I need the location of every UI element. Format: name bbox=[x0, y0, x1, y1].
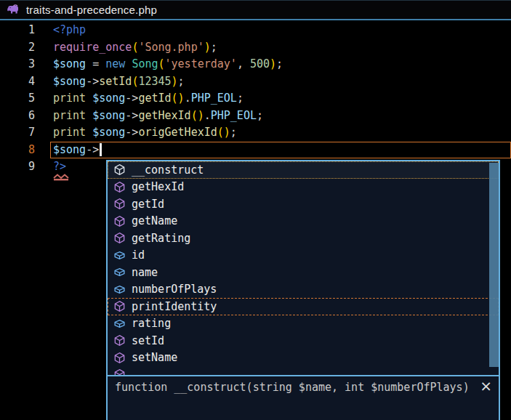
code-text: $song-> bbox=[35, 142, 102, 159]
suggest-item-getName[interactable]: getName bbox=[108, 213, 499, 230]
code-text: require_once('Song.php'); bbox=[35, 39, 217, 57]
line-number[interactable]: 4 bbox=[0, 73, 35, 91]
suggest-item-numberOfPlays[interactable]: numberOfPlays bbox=[108, 281, 499, 299]
suggest-item-label: rating bbox=[132, 317, 171, 330]
method-icon bbox=[113, 232, 126, 244]
method-icon bbox=[113, 198, 126, 210]
method-icon bbox=[113, 334, 126, 347]
code-line-1[interactable]: 1<?php bbox=[0, 22, 511, 39]
line-number[interactable]: 9 bbox=[0, 158, 35, 176]
token: 'yesterday' bbox=[165, 57, 237, 70]
code-line-6[interactable]: 6print $song->getHexId().PHP_EOL; bbox=[0, 108, 511, 125]
method-icon bbox=[113, 163, 126, 176]
token: -> bbox=[86, 143, 99, 156]
token: $song bbox=[92, 92, 125, 105]
token: ; bbox=[257, 109, 263, 122]
close-icon[interactable]: × bbox=[480, 379, 492, 393]
code-lines: 1<?php2require_once('Song.php');3$song =… bbox=[0, 22, 511, 176]
token: ; bbox=[211, 41, 217, 54]
token: $song bbox=[92, 109, 125, 122]
suggest-item-id[interactable]: id bbox=[108, 247, 499, 264]
field-icon bbox=[113, 249, 126, 262]
active-line-border bbox=[50, 142, 511, 159]
code-line-3[interactable]: 3$song = new Song('yesterday', 500); bbox=[0, 56, 511, 73]
code-text: print $song->getHexId().PHP_EOL; bbox=[35, 108, 263, 125]
method-icon bbox=[113, 352, 126, 364]
token: () bbox=[172, 92, 185, 105]
token: 'Song.php' bbox=[138, 41, 204, 54]
token: ; bbox=[237, 92, 244, 105]
token: () bbox=[191, 109, 204, 122]
code-text: print $song->getId().PHP_EOL; bbox=[35, 90, 244, 108]
token: $song bbox=[53, 75, 86, 88]
token: getHexId bbox=[138, 109, 190, 122]
code-text: print $song->origGetHexId(); bbox=[35, 124, 237, 142]
token: -> bbox=[125, 126, 138, 139]
code-line-4[interactable]: 4$song->setId(12345); bbox=[0, 73, 511, 91]
code-line-8[interactable]: 8$song-> bbox=[0, 142, 511, 159]
suggest-item-getId[interactable]: getId bbox=[108, 195, 499, 213]
suggest-item-partial[interactable] bbox=[108, 366, 499, 375]
line-number[interactable]: 7 bbox=[0, 124, 35, 142]
token: ( bbox=[158, 57, 165, 70]
code-line-2[interactable]: 2require_once('Song.php'); bbox=[0, 39, 511, 57]
token: $song bbox=[53, 143, 86, 156]
token: PHP_EOL bbox=[191, 92, 237, 105]
token: -> bbox=[86, 75, 99, 88]
error-squiggle-icon bbox=[53, 174, 69, 181]
suggest-scrollbar[interactable] bbox=[489, 163, 499, 367]
method-icon bbox=[113, 368, 126, 375]
code-editor[interactable]: 1<?php2require_once('Song.php');3$song =… bbox=[0, 20, 511, 176]
text-cursor bbox=[100, 143, 102, 156]
token: getId bbox=[138, 92, 171, 105]
line-number[interactable]: 5 bbox=[0, 90, 35, 108]
code-line-5[interactable]: 5print $song->getId().PHP_EOL; bbox=[0, 90, 511, 108]
token: setId bbox=[99, 75, 132, 88]
suggest-item-label: getName bbox=[132, 214, 177, 227]
token: . bbox=[204, 109, 211, 122]
token bbox=[86, 109, 92, 122]
suggest-item-label: getHexId bbox=[132, 180, 184, 193]
suggest-item-printIdentity[interactable]: printIdentity bbox=[108, 298, 499, 315]
code-text: ?> bbox=[35, 158, 66, 176]
suggest-item-getHexId[interactable]: getHexId bbox=[108, 179, 499, 196]
token: ; bbox=[230, 126, 237, 139]
suggest-item-label: numberOfPlays bbox=[132, 283, 217, 296]
suggest-item-label: name bbox=[132, 266, 158, 279]
token bbox=[86, 92, 92, 105]
code-text: $song = new Song('yesterday', 500); bbox=[35, 56, 283, 73]
method-icon bbox=[113, 215, 126, 227]
suggest-item-label: setName bbox=[132, 351, 177, 364]
field-icon bbox=[113, 266, 126, 278]
suggest-item-__construct[interactable]: __construct bbox=[108, 161, 499, 179]
suggest-item-label: id bbox=[132, 249, 145, 262]
token: $song bbox=[92, 126, 125, 139]
token: $song bbox=[53, 57, 86, 70]
code-line-7[interactable]: 7print $song->origGetHexId(); bbox=[0, 124, 511, 142]
token: ) bbox=[270, 57, 276, 70]
token: -> bbox=[125, 109, 138, 122]
token: ; bbox=[178, 75, 185, 88]
suggest-item-rating[interactable]: rating bbox=[108, 315, 499, 333]
token: print bbox=[53, 126, 86, 139]
suggest-item-setName[interactable]: setName bbox=[108, 350, 499, 367]
suggest-item-name[interactable]: name bbox=[108, 264, 499, 281]
token: <?php bbox=[53, 23, 86, 36]
line-number[interactable]: 2 bbox=[0, 39, 35, 57]
suggest-item-setId[interactable]: setId bbox=[108, 332, 499, 350]
suggest-doc-panel: function __construct(string $name, int $… bbox=[108, 375, 499, 420]
token: ) bbox=[172, 75, 178, 88]
field-icon bbox=[113, 283, 126, 296]
line-number[interactable]: 6 bbox=[0, 108, 35, 125]
window-top-border bbox=[0, 0, 511, 1]
line-number[interactable]: 3 bbox=[0, 56, 35, 73]
tab-filename: traits-and-precedence.php bbox=[26, 4, 157, 16]
method-icon bbox=[113, 300, 126, 312]
suggest-item-label: __construct bbox=[132, 163, 204, 177]
suggest-item-getRating[interactable]: getRating bbox=[108, 230, 499, 247]
token: 12345 bbox=[138, 75, 171, 88]
line-number[interactable]: 8 bbox=[0, 142, 35, 159]
editor-tab[interactable]: traits-and-precedence.php bbox=[0, 0, 511, 20]
suggest-doc-signature: function __construct(string $name, int $… bbox=[108, 376, 499, 396]
line-number[interactable]: 1 bbox=[0, 22, 35, 39]
